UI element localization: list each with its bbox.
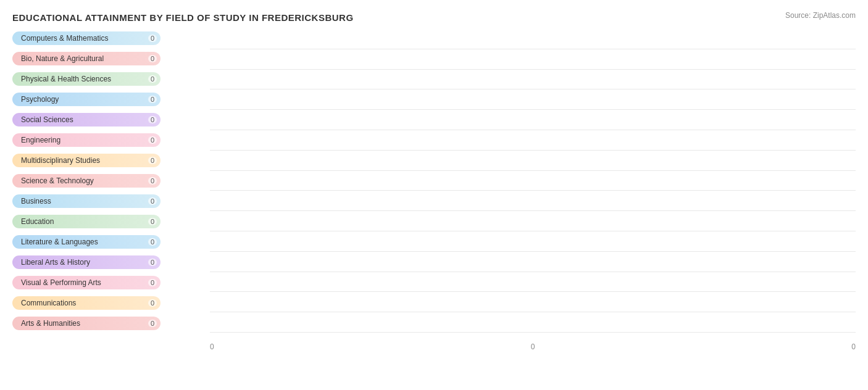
bar-value: 0: [148, 238, 157, 246]
grid-row: [210, 191, 856, 211]
bar-label: Computers & Mathematics: [21, 34, 108, 43]
bar-label: Science & Technology: [21, 176, 94, 185]
chart-source: Source: ZipAtlas.com: [785, 11, 856, 20]
grid-row: [210, 70, 856, 90]
bar-value: 0: [148, 75, 157, 83]
grid-row: [210, 171, 856, 191]
bar-label: Arts & Humanities: [21, 319, 80, 328]
grid-row: [210, 231, 856, 252]
bar-value: 0: [148, 35, 157, 42]
bar-row: Science & Technology0: [12, 172, 210, 190]
bar-label: Education: [21, 217, 54, 226]
bar-row: Psychology0: [12, 90, 210, 109]
grid-section: 000: [210, 29, 856, 351]
bar-row: Communications0: [12, 294, 210, 312]
grid-row: [210, 252, 856, 272]
grid-row: [210, 211, 856, 231]
grid-row: [210, 130, 856, 151]
bar-value: 0: [148, 55, 157, 62]
bar-row: Arts & Humanities0: [12, 314, 210, 333]
x-axis-label: 0: [210, 342, 214, 351]
bar-value: 0: [148, 279, 157, 286]
bar-value: 0: [148, 259, 157, 266]
bar-value: 0: [148, 197, 157, 205]
bar-value: 0: [148, 96, 157, 103]
bar-row: Social Sciences0: [12, 110, 210, 129]
bar-label: Psychology: [21, 95, 59, 104]
grid-row: [210, 89, 856, 110]
bar-row: Physical & Health Sciences0: [12, 70, 210, 88]
bar-row: Business0: [12, 192, 210, 210]
x-axis: 000: [210, 339, 856, 351]
chart-area: Computers & Mathematics0Bio, Nature & Ag…: [12, 29, 856, 351]
bar-row: Computers & Mathematics0: [12, 29, 210, 48]
grid-row: [210, 29, 856, 49]
bar-label: Social Sciences: [21, 115, 73, 124]
bar-label: Multidisciplinary Studies: [21, 156, 100, 165]
bar-label: Literature & Languages: [21, 238, 98, 246]
bar-label: Communications: [21, 299, 76, 307]
bar-row: Multidisciplinary Studies0: [12, 151, 210, 170]
bar-value: 0: [148, 299, 157, 307]
bar-label: Visual & Performing Arts: [21, 278, 101, 287]
bar-value: 0: [148, 157, 157, 164]
bar-row: Bio, Nature & Agricultural0: [12, 49, 210, 68]
grid-row: [210, 272, 856, 292]
bar-row: Education0: [12, 212, 210, 231]
bar-label: Liberal Arts & History: [21, 258, 90, 267]
x-axis-label: 0: [531, 342, 535, 351]
grid-lines: [210, 29, 856, 333]
bar-value: 0: [148, 136, 157, 144]
bar-row: Visual & Performing Arts0: [12, 273, 210, 292]
bars-section: Computers & Mathematics0Bio, Nature & Ag…: [12, 29, 210, 351]
bar-value: 0: [148, 320, 157, 327]
bar-label: Bio, Nature & Agricultural: [21, 54, 104, 63]
bar-label: Engineering: [21, 136, 61, 144]
bar-value: 0: [148, 116, 157, 123]
bar-label: Business: [21, 197, 51, 205]
grid-row: [210, 292, 856, 312]
bar-value: 0: [148, 218, 157, 225]
grid-row: [210, 151, 856, 171]
bar-row: Literature & Languages0: [12, 233, 210, 251]
grid-row: [210, 312, 856, 333]
bar-row: Engineering0: [12, 131, 210, 149]
chart-title: EDUCATIONAL ATTAINMENT BY FIELD OF STUDY…: [12, 12, 856, 23]
x-axis-label: 0: [851, 342, 856, 351]
grid-row: [210, 110, 856, 130]
bar-value: 0: [148, 177, 157, 185]
bar-label: Physical & Health Sciences: [21, 75, 111, 83]
bar-row: Liberal Arts & History0: [12, 253, 210, 272]
chart-container: EDUCATIONAL ATTAINMENT BY FIELD OF STUDY…: [0, 0, 868, 390]
grid-row: [210, 49, 856, 70]
